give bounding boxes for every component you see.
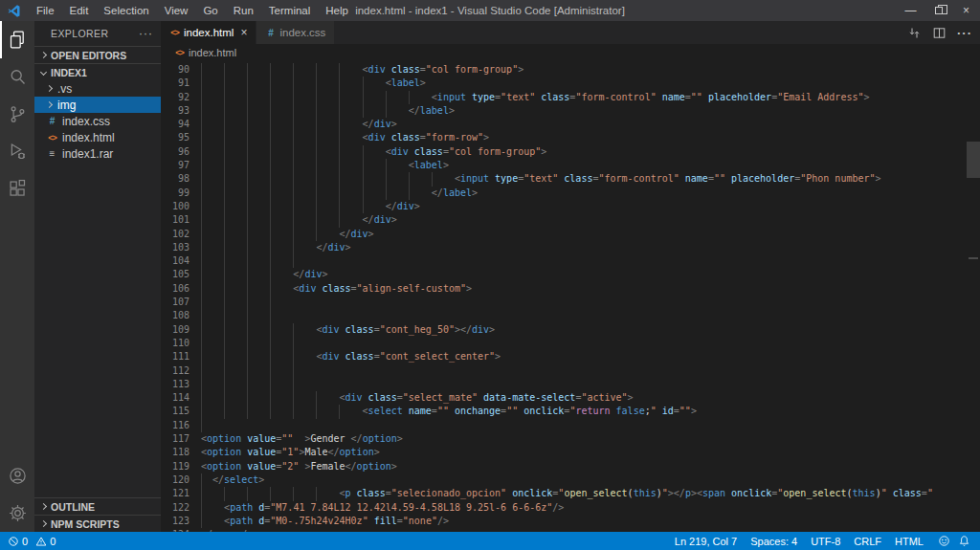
file-img[interactable]: img bbox=[34, 97, 161, 113]
problems-indicator[interactable]: 0 0 bbox=[0, 536, 63, 547]
section-outline[interactable]: OUTLINE bbox=[34, 497, 161, 515]
code-line-123[interactable]: 123 <path d="M0-.75h24v24H0z" fill="none… bbox=[161, 515, 980, 528]
sidebar-title: EXPLORER bbox=[51, 28, 108, 39]
code-line-90[interactable]: 90 <div class="col form-group"> bbox=[161, 63, 980, 77]
code-line-102[interactable]: 102 </div> bbox=[161, 228, 980, 241]
code-line-122[interactable]: 122 <path d="M7.41 7.84L12 12.42l4.59-4.… bbox=[161, 501, 980, 515]
chevron-right-icon bbox=[40, 503, 47, 510]
more-actions-icon[interactable]: ··· bbox=[957, 26, 972, 40]
token: > bbox=[466, 283, 472, 294]
token: "form-control" bbox=[598, 173, 679, 184]
line-number: 101 bbox=[161, 213, 189, 227]
minimize-button[interactable]: — bbox=[897, 0, 924, 21]
feedback-smiley-icon[interactable] bbox=[938, 535, 950, 547]
section-npm-scripts[interactable]: NPM SCRIPTS bbox=[34, 515, 161, 532]
code-line-93[interactable]: 93 </label> bbox=[161, 104, 980, 118]
code-line-120[interactable]: 120 </select> bbox=[161, 473, 980, 487]
file-index1.rar[interactable]: ≡index1.rar bbox=[34, 145, 161, 162]
code-line-97[interactable]: 97 <label> bbox=[161, 159, 980, 172]
breadcrumb[interactable]: <> index.html bbox=[161, 44, 980, 61]
restore-button[interactable] bbox=[924, 0, 952, 21]
code-line-101[interactable]: 101 </div> bbox=[161, 213, 980, 227]
indent-guide bbox=[247, 296, 248, 309]
code-line-118[interactable]: 118<option value="1">Male</option> bbox=[161, 446, 980, 459]
menu-view[interactable]: View bbox=[157, 0, 196, 21]
token: path bbox=[230, 516, 253, 526]
file-.vs[interactable]: .vs bbox=[34, 80, 161, 97]
indent-guide bbox=[293, 159, 294, 172]
search-icon[interactable] bbox=[0, 58, 34, 96]
code-line-114[interactable]: 114 <div class="select_mate" data-mate-s… bbox=[161, 391, 980, 405]
code-line-119[interactable]: 119<option value="2" >Female</option> bbox=[161, 460, 980, 473]
code-line-99[interactable]: 99 </label> bbox=[161, 187, 980, 200]
code-line-109[interactable]: 109 <div class="cont_heg_50"></div> bbox=[161, 323, 980, 337]
code-line-116[interactable]: 116 bbox=[161, 419, 980, 432]
warnings-count: 0 bbox=[50, 536, 56, 547]
status-html[interactable]: HTML bbox=[895, 536, 924, 547]
split-editor-icon[interactable] bbox=[932, 26, 947, 40]
indent-guide bbox=[293, 118, 294, 131]
run-debug-icon[interactable] bbox=[0, 133, 34, 170]
menu-run[interactable]: Run bbox=[226, 0, 261, 21]
status-utf8[interactable]: UTF-8 bbox=[811, 536, 840, 547]
status-spaces[interactable]: Spaces: 4 bbox=[750, 536, 797, 547]
tab-index.css[interactable]: #index.css bbox=[256, 21, 335, 44]
code-line-94[interactable]: 94 </div> bbox=[161, 118, 980, 131]
menu-go[interactable]: Go bbox=[195, 0, 225, 21]
code-line-117[interactable]: 117<option value="" >Gender </option> bbox=[161, 432, 980, 446]
code-line-98[interactable]: 98 <input type="text" class="form-contro… bbox=[161, 172, 980, 186]
close-button[interactable]: × bbox=[952, 0, 980, 21]
code-line-105[interactable]: 105 </div> bbox=[161, 268, 980, 281]
explorer-icon[interactable] bbox=[0, 21, 34, 58]
token: " bbox=[927, 488, 933, 498]
extensions-icon[interactable] bbox=[0, 170, 34, 208]
code-line-91[interactable]: 91 <label> bbox=[161, 77, 980, 90]
close-tab-icon[interactable]: × bbox=[240, 26, 247, 39]
code-line-106[interactable]: 106 <div class="align-self-custom"> bbox=[161, 282, 980, 296]
code-line-100[interactable]: 100 </div> bbox=[161, 200, 980, 213]
code-line-124[interactable]: 124</svg></span> bbox=[161, 528, 980, 532]
code-editor[interactable]: 90 <div class="col form-group">91 <label… bbox=[161, 61, 980, 532]
token: class bbox=[386, 132, 420, 143]
project-root-folder[interactable]: INDEX1 bbox=[34, 63, 161, 80]
status-ln[interactable]: Ln 219, Col 7 bbox=[675, 536, 737, 547]
open-editors-section[interactable]: OPEN EDITORS bbox=[34, 46, 161, 63]
explorer-actions-button[interactable]: ··· bbox=[139, 27, 153, 40]
code-line-107[interactable]: 107 bbox=[161, 296, 980, 309]
token: "" bbox=[506, 406, 518, 416]
file-index.css[interactable]: #index.css bbox=[34, 113, 161, 129]
token: > bbox=[876, 173, 881, 184]
code-line-115[interactable]: 115 <select name="" onchange="" onclick=… bbox=[161, 405, 980, 418]
code-line-96[interactable]: 96 <div class="col form-group"> bbox=[161, 145, 980, 159]
code-line-121[interactable]: 121 <p class="selecionado_opcion" onclic… bbox=[161, 487, 980, 500]
code-line-103[interactable]: 103 </div> bbox=[161, 241, 980, 254]
indent-guide bbox=[201, 296, 202, 309]
menu-edit[interactable]: Edit bbox=[62, 0, 97, 21]
menu-selection[interactable]: Selection bbox=[96, 0, 156, 21]
code-line-112[interactable]: 112 bbox=[161, 364, 980, 378]
code-line-111[interactable]: 111 <div class="cont_select_center"> bbox=[161, 350, 980, 363]
code-line-92[interactable]: 92 <input type="text" class="form-contro… bbox=[161, 91, 980, 104]
account-icon[interactable] bbox=[0, 457, 34, 495]
code-line-113[interactable]: 113 bbox=[161, 378, 980, 391]
source-control-icon[interactable] bbox=[0, 96, 34, 133]
code-line-95[interactable]: 95 <div class="form-row"> bbox=[161, 131, 980, 144]
line-number: 95 bbox=[161, 131, 189, 144]
tab-index.html[interactable]: <>index.html× bbox=[161, 21, 256, 44]
vertical-scrollbar[interactable] bbox=[967, 142, 980, 178]
code-line-110[interactable]: 110 bbox=[161, 337, 980, 350]
code-line-108[interactable]: 108 bbox=[161, 309, 980, 322]
token: value bbox=[241, 447, 276, 457]
settings-gear-icon[interactable] bbox=[0, 495, 34, 532]
status-crlf[interactable]: CRLF bbox=[854, 536, 881, 547]
notifications-bell-icon[interactable] bbox=[958, 535, 970, 547]
file-index.html[interactable]: <>index.html bbox=[34, 129, 161, 145]
open-changes-icon[interactable] bbox=[907, 26, 922, 40]
code-line-104[interactable]: 104 bbox=[161, 254, 980, 268]
menu-help[interactable]: Help bbox=[318, 0, 356, 21]
indent-guide bbox=[316, 391, 317, 405]
menu-terminal[interactable]: Terminal bbox=[261, 0, 318, 21]
indent-guide bbox=[270, 77, 271, 90]
line-content: <path d="M0-.75h24v24H0z" fill="none"/> bbox=[201, 515, 449, 528]
menu-file[interactable]: File bbox=[29, 0, 62, 21]
